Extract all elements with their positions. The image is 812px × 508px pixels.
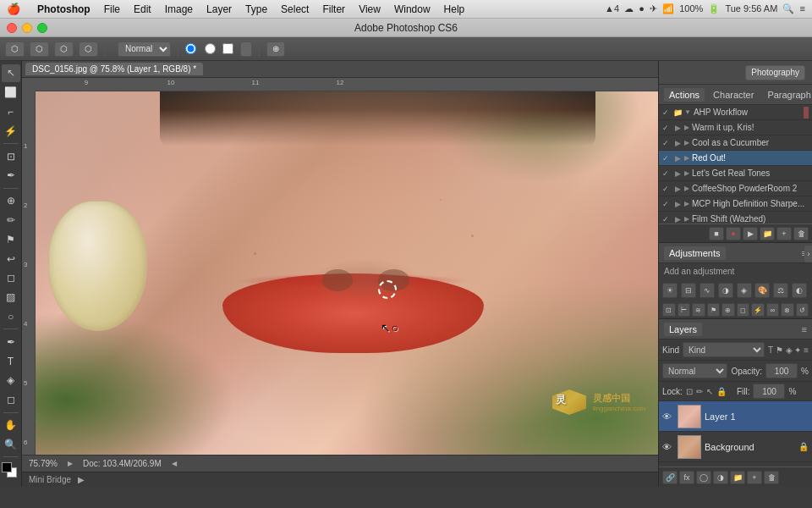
adj2-5[interactable]: ⊕ (721, 303, 735, 317)
adj-exposure[interactable]: ◑ (718, 283, 733, 298)
minimize-button[interactable] (22, 23, 32, 33)
sb-triangle[interactable]: ▶ (68, 460, 73, 467)
active-tab[interactable]: DSC_0156.jpg @ 75.8% (Layer 1, RGB/8) * (25, 63, 203, 75)
tool-type[interactable]: T (2, 352, 20, 370)
source-radio[interactable] (185, 43, 198, 54)
tab-character[interactable]: Character (708, 88, 759, 102)
adj2-7[interactable]: ⚡ (751, 303, 765, 317)
tab-actions[interactable]: Actions (664, 88, 705, 102)
layer-bg-visibility[interactable]: 👁 (662, 442, 674, 452)
action-record-btn[interactable]: ● (726, 227, 741, 240)
optbar-btn1[interactable]: ⬡ (5, 41, 25, 57)
layer-1-visibility[interactable]: 👁 (662, 411, 674, 422)
tool-shape[interactable]: ◻ (2, 391, 20, 409)
action-new-btn[interactable]: + (776, 227, 792, 240)
adj2-6[interactable]: ◻ (737, 303, 750, 317)
opacity-input[interactable] (765, 363, 798, 378)
menu-filter[interactable]: Filter (315, 2, 352, 17)
action-item-0[interactable]: ✓ ▶ ▶ Warm it up, Kris! (659, 120, 812, 135)
adj-colorbalance[interactable]: ⚖ (773, 283, 788, 298)
tool-eraser[interactable]: ◻ (2, 269, 20, 287)
action-item-1[interactable]: ✓ ▶ ▶ Cool as a Cucumber (659, 135, 812, 151)
layer-fx-btn[interactable]: fx (679, 471, 694, 484)
tool-brush[interactable]: ✏ (2, 212, 20, 229)
menu-file[interactable]: File (97, 2, 127, 17)
action-play-btn[interactable]: ▶ (743, 227, 758, 240)
transparent-checkbox[interactable] (222, 43, 235, 54)
adj2-1[interactable]: ⊡ (662, 303, 676, 317)
mini-bridge-expand[interactable]: ▶ (78, 475, 85, 484)
photography-button[interactable]: Photography (745, 65, 805, 80)
tool-pen[interactable]: ✒ (2, 333, 20, 351)
use-pattern-btn[interactable] (240, 41, 252, 57)
adj2-2[interactable]: ⊢ (678, 303, 691, 317)
optbar-btn4[interactable]: ⬡ (79, 41, 98, 57)
adj-curves[interactable]: ∿ (700, 283, 715, 298)
adj-levels[interactable]: ⊟ (681, 283, 696, 298)
layer-group-btn[interactable]: 📁 (730, 471, 745, 484)
apple-logo-icon[interactable]: 🍎 (7, 3, 20, 15)
adj2-4[interactable]: ⚑ (707, 303, 721, 317)
menu-select[interactable]: Select (274, 2, 315, 17)
layer-item-1[interactable]: 👁 Layer 1 (659, 401, 812, 432)
adj-hsl[interactable]: 🎨 (754, 283, 770, 298)
layer-adj-btn[interactable]: ◑ (713, 471, 728, 484)
tool-gradient[interactable]: ▨ (2, 289, 20, 306)
action-item-2[interactable]: ✓ ▶ ▶ Red Out! (659, 151, 812, 166)
tool-eyedropper[interactable]: ✒ (2, 167, 20, 185)
lock-transparent-icon[interactable]: ⊡ (686, 387, 693, 396)
lock-move-icon[interactable]: ↖ (706, 387, 713, 396)
tool-hand[interactable]: ✋ (2, 417, 20, 434)
color-swatches[interactable] (2, 462, 20, 482)
adj-bw[interactable]: ◐ (792, 283, 807, 298)
action-group-header[interactable]: ✓ 📁 ▼ AHP Workflow (659, 105, 812, 120)
adj2-10[interactable]: ↺ (796, 303, 809, 317)
action-delete-btn[interactable]: 🗑 (793, 227, 809, 240)
adj2-8[interactable]: ∞ (766, 303, 780, 317)
adj2-9[interactable]: ⊗ (781, 303, 794, 317)
tool-dodge[interactable]: ○ (2, 308, 20, 326)
layer-mask-btn[interactable]: ◯ (696, 471, 711, 484)
tool-lasso[interactable]: ⌐ (2, 103, 20, 121)
sb-triangle2[interactable]: ◀ (172, 460, 177, 467)
layer-delete-btn[interactable]: 🗑 (764, 471, 779, 484)
tab-adjustments[interactable]: Adjustments (664, 246, 726, 260)
tab-layers[interactable]: Layers (664, 323, 702, 336)
lock-paint-icon[interactable]: ✏ (696, 387, 703, 396)
layer-new-btn[interactable]: + (747, 471, 762, 484)
adj-brightness[interactable]: ☀ (662, 283, 678, 298)
optbar-mode-btn[interactable]: ⊕ (266, 41, 285, 57)
tab-paragraph[interactable]: Paragraph (762, 88, 812, 102)
panels-expand-arrow[interactable]: › (804, 246, 812, 262)
menu-type[interactable]: Type (239, 2, 274, 17)
tool-path-select[interactable]: ◈ (2, 372, 20, 389)
action-item-5[interactable]: ✓ ▶ ▶ MCP High Definition Sharpe... (659, 196, 812, 212)
layer-link-btn[interactable]: 🔗 (662, 471, 678, 484)
menu-layer[interactable]: Layer (200, 2, 239, 17)
menu-photoshop[interactable]: Photoshop (30, 2, 97, 17)
tool-spot-healing[interactable]: ⊕ (2, 192, 20, 210)
adj-vibrance[interactable]: ◈ (737, 283, 752, 298)
adj2-3[interactable]: ≋ (692, 303, 705, 317)
tool-marquee[interactable]: ⬜ (2, 84, 20, 102)
optbar-btn2[interactable]: ⬡ (30, 41, 49, 57)
layer-item-bg[interactable]: 👁 Background 🔒 (659, 432, 812, 462)
tool-history-brush[interactable]: ↩ (2, 250, 20, 268)
tool-magic-wand[interactable]: ⚡ (2, 122, 20, 140)
close-button[interactable] (7, 23, 17, 33)
fill-input[interactable] (753, 384, 785, 399)
optbar-btn3[interactable]: ⬡ (54, 41, 74, 57)
photo-canvas[interactable]: ↖○ 灵 灵感中国 lingganchina.com (36, 91, 658, 455)
blend-mode-select[interactable]: Normal (662, 363, 727, 378)
menu-window[interactable]: Window (387, 2, 437, 17)
layers-menu[interactable]: ≡ (802, 324, 807, 334)
canvas-wrapper[interactable]: 1 2 3 4 5 6 (22, 91, 658, 455)
action-stop-btn[interactable]: ■ (709, 227, 724, 240)
tool-move[interactable]: ↖ (2, 64, 20, 82)
tool-zoom[interactable]: 🔍 (2, 435, 20, 453)
action-item-4[interactable]: ✓ ▶ ▶ CoffeeShop PowderRoom 2 (659, 181, 812, 196)
menu-help[interactable]: Help (437, 2, 472, 17)
tool-crop[interactable]: ⊡ (2, 147, 20, 165)
destination-radio[interactable] (205, 43, 217, 54)
menu-image[interactable]: Image (158, 2, 200, 17)
